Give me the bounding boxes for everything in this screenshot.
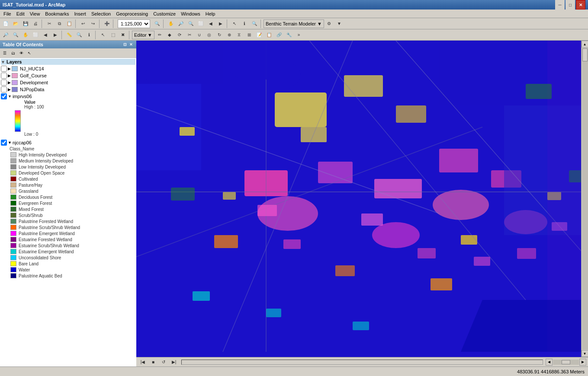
menu-bookmarks[interactable]: Bookmarks <box>42 10 71 17</box>
layer-njpopdata[interactable]: ▶ NJPopData <box>1 86 135 93</box>
select-by-t2[interactable]: ⬚ <box>108 30 118 40</box>
new-button[interactable]: 📄 <box>1 19 10 29</box>
menu-customize[interactable]: Customize <box>151 10 178 17</box>
identify-button[interactable]: ℹ <box>240 19 249 29</box>
layer-development[interactable]: ▶ Development <box>1 79 135 86</box>
map-refresh[interactable]: ↺ <box>159 357 168 367</box>
map-next-page[interactable]: ▶| <box>169 357 179 367</box>
back-extent-button[interactable]: ◀ <box>206 19 215 29</box>
prev-extent-t2[interactable]: ◀ <box>41 30 50 40</box>
map-stop[interactable]: ■ <box>148 357 158 367</box>
imprvs-expand[interactable]: ▼ <box>8 94 12 99</box>
menu-view[interactable]: View <box>27 10 43 17</box>
scroll-up-button[interactable]: ▲ <box>582 41 588 48</box>
layers-header[interactable]: ▼ Layers <box>1 59 135 65</box>
pan-t2[interactable]: ✋ <box>21 30 30 40</box>
menu-file[interactable]: File <box>1 10 14 17</box>
maximize-button[interactable]: □ <box>566 0 575 10</box>
fwd-extent-button[interactable]: ▶ <box>216 19 225 29</box>
njpop-expand[interactable]: ▶ <box>8 87 11 92</box>
zoom-in-button[interactable]: 🔎 <box>176 19 186 29</box>
select-features-t2[interactable]: ↖ <box>98 30 108 40</box>
print-button[interactable]: 🖨 <box>31 19 40 29</box>
union-tool[interactable]: ∪ <box>195 30 204 40</box>
njccap-expand[interactable]: ▼ <box>8 140 12 145</box>
edit-vertices[interactable]: ◆ <box>165 30 174 40</box>
map-prev-page[interactable]: |◀ <box>138 357 148 367</box>
zoom-out-button[interactable]: 🔍 <box>186 19 196 29</box>
topology-btn[interactable]: 🔗 <box>274 30 284 40</box>
find-button[interactable]: 🔍 <box>250 19 259 29</box>
benthic-settings[interactable]: ⚙ <box>325 19 334 29</box>
scale-selector[interactable]: 1:125,000 1:50,000 1:25,000 <box>118 19 150 28</box>
pan-button[interactable]: ✋ <box>166 19 176 29</box>
nj-huc14-expand[interactable]: ▶ <box>8 67 11 71</box>
menu-edit[interactable]: Edit <box>14 10 27 17</box>
map-scrollbar-vertical[interactable]: ▲ ▼ <box>581 41 588 357</box>
toc-dock-button[interactable]: ⊡ <box>122 42 128 47</box>
zoom-tool[interactable]: 🔍 <box>152 19 162 29</box>
map-area[interactable]: ▲ ▼ |◀ ■ ↺ ▶| ◀ ▶ <box>136 41 588 366</box>
close-button[interactable]: ✕ <box>576 0 585 10</box>
benthic-extra[interactable]: ▼ <box>334 19 344 29</box>
scroll-down-button[interactable]: ▼ <box>582 350 588 357</box>
merge-tool[interactable]: ⊕ <box>225 30 234 40</box>
hscroll-left[interactable]: ◀ <box>546 359 553 366</box>
minimize-button[interactable]: ─ <box>555 0 565 10</box>
benthic-toolbar-button[interactable]: Benthic Terrain Modeler ▼ <box>263 19 324 28</box>
attr-inspector-btn[interactable]: 📋 <box>264 30 274 40</box>
layer-nj-huc14-check[interactable] <box>1 66 7 72</box>
next-extent-t2[interactable]: ▶ <box>51 30 60 40</box>
layer-golf-check[interactable] <box>1 73 7 79</box>
open-button[interactable]: 📂 <box>11 19 20 29</box>
copy-button[interactable]: ⧉ <box>55 19 64 29</box>
undo-button[interactable]: ↩ <box>78 19 88 29</box>
more-tools-btn[interactable]: » <box>294 30 304 40</box>
split-tool[interactable]: ✂ <box>185 30 194 40</box>
toc-list-view[interactable]: ☰ <box>1 49 9 57</box>
dev-expand[interactable]: ▶ <box>8 80 11 85</box>
scale-dropdown[interactable]: 1:125,000 1:50,000 1:25,000 <box>118 19 150 28</box>
toc-close-button[interactable]: ✕ <box>129 42 134 47</box>
zoom-in-t2[interactable]: 🔎 <box>1 30 10 40</box>
edit-attr-btn[interactable]: 📝 <box>254 30 264 40</box>
paste-button[interactable]: 📋 <box>64 19 74 29</box>
toc-select-view[interactable]: ↖ <box>26 49 33 57</box>
menu-geoprocessing[interactable]: Geoprocessing <box>113 10 151 17</box>
hscroll-thumb[interactable] <box>562 360 570 364</box>
find-t2[interactable]: 🔍 <box>74 30 84 40</box>
toc-source-view[interactable]: 🗂 <box>9 49 17 57</box>
full-extent-t2[interactable]: ⬜ <box>31 30 40 40</box>
layer-njpop-check[interactable] <box>1 86 7 92</box>
clip-tool[interactable]: ⧖ <box>235 30 244 40</box>
benthic-dropdown-icon[interactable]: ▼ <box>317 21 322 26</box>
editor-dropdown-button[interactable]: Editor ▼ <box>132 31 154 39</box>
layer-njccap-check[interactable] <box>1 140 7 146</box>
sketch-tool[interactable]: ✏ <box>155 30 164 40</box>
layer-njccap06[interactable]: ▼ njccap06 <box>1 139 135 146</box>
layer-nj-huc14[interactable]: ▶ NJ_HUC14 <box>1 65 135 72</box>
menu-windows[interactable]: Windows <box>178 10 203 17</box>
layer-imprvs-check[interactable] <box>1 93 7 99</box>
measure-t2[interactable]: 📏 <box>64 30 74 40</box>
full-extent-button[interactable]: ⬜ <box>196 19 206 29</box>
layer-imprvs06[interactable]: ▼ imprvs06 <box>1 93 135 100</box>
scroll-thumb[interactable] <box>582 48 588 61</box>
layer-golf-course[interactable]: ▶ Golf_Course <box>1 72 135 79</box>
add-data-button[interactable]: ➕ <box>102 19 112 29</box>
layer-dev-check[interactable] <box>1 80 7 86</box>
buffer-tool[interactable]: ◎ <box>205 30 214 40</box>
zoom-out-t2[interactable]: 🔍 <box>11 30 20 40</box>
menu-selection[interactable]: Selection <box>89 10 113 17</box>
hscroll-right[interactable]: ▶ <box>579 359 586 366</box>
toc-vis-view[interactable]: 👁 <box>17 49 25 57</box>
rotate-tool[interactable]: ↻ <box>215 30 224 40</box>
reshape-tool[interactable]: ⟳ <box>175 30 184 40</box>
snapping-btn[interactable]: ⊞ <box>244 30 254 40</box>
save-button[interactable]: 💾 <box>21 19 30 29</box>
clear-sel-t2[interactable]: ✖ <box>118 30 128 40</box>
task-btn[interactable]: 🔧 <box>284 30 294 40</box>
identify-t2[interactable]: ℹ <box>84 30 94 40</box>
cut-button[interactable]: ✂ <box>45 19 54 29</box>
layers-expand-icon[interactable]: ▼ <box>1 60 5 64</box>
